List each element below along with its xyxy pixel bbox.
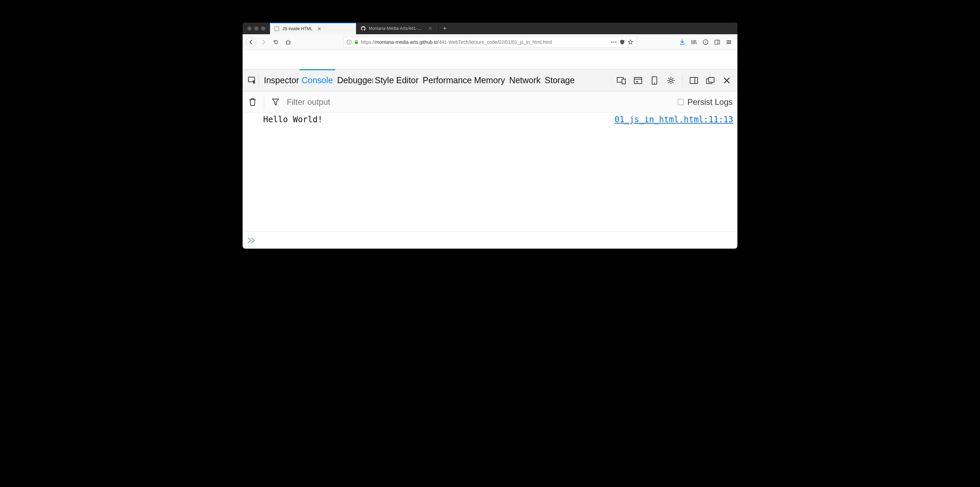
separator (682, 74, 682, 87)
tab-close-icon[interactable]: ✕ (428, 26, 433, 31)
svg-rect-8 (715, 40, 719, 44)
lock-icon (354, 40, 359, 44)
console-source-link[interactable]: 01_js_in_html.html:11:13 (614, 115, 733, 124)
console-message: Hello World! (263, 115, 323, 124)
settings-gear-icon[interactable] (666, 75, 676, 86)
home-button[interactable] (283, 37, 293, 47)
svg-rect-0 (275, 27, 279, 31)
persist-logs-label: Persist Logs (687, 97, 733, 107)
bookmark-star-icon[interactable] (627, 39, 633, 45)
filter-output-input[interactable] (287, 97, 671, 107)
devtools-tab-memory[interactable]: Memory (472, 70, 507, 91)
nav-toolbar: https://montana-media-arts.github.io/441… (243, 34, 737, 50)
sidebar-button[interactable] (712, 37, 722, 47)
prompt-chevron-icon (247, 237, 256, 243)
devtools-panel: Inspector Console Debugger Style Editor … (243, 69, 737, 249)
tab-close-icon[interactable]: ✕ (317, 26, 321, 32)
downloads-button[interactable] (677, 37, 687, 47)
responsive-design-icon[interactable] (616, 75, 627, 86)
tab-active[interactable]: JS inside HTML ✕ (270, 22, 356, 34)
devtools-right-controls (616, 74, 735, 87)
github-favicon-icon (361, 26, 366, 31)
svg-rect-13 (634, 78, 642, 84)
library-button[interactable] (689, 37, 699, 47)
url-bar[interactable]: https://montana-media-arts.github.io/441… (344, 36, 636, 48)
svg-rect-12 (622, 79, 625, 84)
page-content (243, 50, 737, 69)
window-close-icon[interactable] (247, 26, 251, 30)
tab-title: JS inside HTML (282, 26, 312, 31)
svg-point-16 (654, 82, 655, 84)
devtools-tab-storage[interactable]: Storage (543, 70, 577, 91)
page-favicon-icon (274, 26, 280, 32)
browser-window: JS inside HTML ✕ Montana-Media-Arts/441-… (243, 22, 737, 249)
dock-side-icon[interactable] (689, 75, 699, 86)
url-host: montana-media-arts.github.io (375, 40, 438, 45)
back-button[interactable] (246, 37, 256, 47)
tab-inactive[interactable]: Montana-Media-Arts/441-Web ✕ (356, 22, 439, 34)
tab-bar: JS inside HTML ✕ Montana-Media-Arts/441-… (243, 22, 737, 34)
url-protocol: https:// (361, 40, 375, 45)
iframe-picker-icon[interactable] (633, 75, 643, 86)
addon-button[interactable]: i (700, 37, 711, 47)
window-zoom-icon[interactable] (261, 26, 265, 30)
window-controls (243, 22, 270, 34)
persist-logs-checkbox[interactable] (678, 99, 684, 105)
forward-button[interactable] (258, 37, 269, 47)
clear-console-icon[interactable] (247, 97, 258, 107)
svg-rect-21 (709, 78, 714, 82)
devtools-tab-performance[interactable]: Performance (421, 70, 472, 91)
page-actions-icon[interactable]: ••• (611, 40, 617, 45)
svg-text:i: i (705, 40, 706, 44)
console-filter-bar: Persist Logs (243, 92, 737, 113)
new-tab-button[interactable]: + (439, 22, 451, 34)
persist-logs-toggle[interactable]: Persist Logs (678, 97, 733, 107)
tab-title: Montana-Media-Arts/441-Web (369, 26, 423, 31)
devtools-tab-console[interactable]: Console (299, 69, 335, 91)
filter-funnel-icon[interactable] (270, 97, 281, 107)
svg-point-17 (670, 79, 672, 82)
console-prompt[interactable] (243, 232, 737, 249)
devtools-tab-network[interactable]: Network (507, 70, 543, 91)
element-picker-icon[interactable] (245, 74, 259, 87)
site-info-icon[interactable] (347, 40, 352, 45)
window-minimize-icon[interactable] (254, 26, 258, 30)
tracking-protection-icon[interactable] (619, 39, 625, 45)
devtools-tab-inspector[interactable]: Inspector (262, 70, 299, 91)
reload-button[interactable] (271, 37, 281, 47)
devtools-tabbar: Inspector Console Debugger Style Editor … (243, 70, 737, 92)
toolbar-right: i (677, 37, 734, 47)
svg-rect-4 (349, 42, 349, 43)
devtools-tab-debugger[interactable]: Debugger (335, 70, 373, 91)
svg-rect-5 (355, 42, 358, 44)
app-menu-button[interactable] (724, 37, 734, 47)
svg-point-3 (349, 41, 350, 41)
devtools-tab-styleeditor[interactable]: Style Editor (373, 70, 421, 91)
phone-icon[interactable] (649, 75, 660, 86)
url-text: https://montana-media-arts.github.io/441… (361, 40, 609, 45)
popout-icon[interactable] (705, 75, 716, 86)
close-devtools-icon[interactable] (722, 75, 732, 86)
console-row: Hello World! 01_js_in_html.html:11:13 (243, 113, 737, 126)
console-output: Hello World! 01_js_in_html.html:11:13 (243, 113, 737, 232)
url-path: /441-WebTech/lecture_code/02/01/01_js_in… (438, 40, 552, 45)
svg-rect-18 (690, 78, 698, 84)
